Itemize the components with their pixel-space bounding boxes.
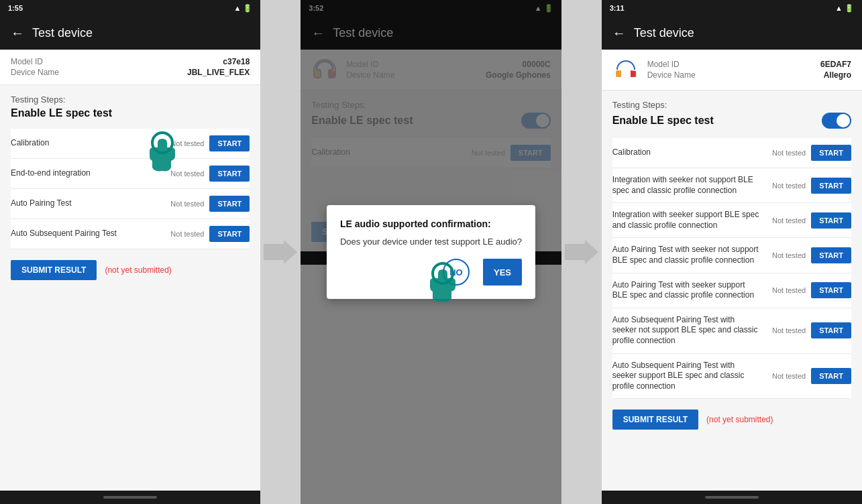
test-status-1-1: Not tested bbox=[164, 170, 204, 178]
model-id-label-3: Model ID bbox=[647, 60, 680, 69]
status-icons-3: ▲ 🔋 bbox=[835, 4, 854, 13]
test-label-3-3: Auto Pairing Test with seeker not suppor… bbox=[612, 245, 760, 265]
start-btn-3-3[interactable]: START bbox=[811, 247, 851, 263]
start-btn-1-2[interactable]: START bbox=[209, 196, 250, 212]
status-bar-1: 1:55 ▲ 🔋 bbox=[0, 0, 260, 16]
dialog-yes-btn-2[interactable]: YES bbox=[483, 259, 522, 286]
back-button-1[interactable]: ← bbox=[11, 25, 24, 41]
test-label-3-0: Calibration bbox=[612, 147, 760, 158]
device-name-label-1: Device Name bbox=[11, 68, 59, 77]
start-btn-1-1[interactable]: START bbox=[209, 166, 250, 182]
test-row-1-3: Auto Subsequent Pairing Test Not tested … bbox=[11, 219, 250, 249]
battery-icon-1: 🔋 bbox=[243, 4, 252, 13]
submit-row-3: SUBMIT RESULT (not yet submitted) bbox=[612, 410, 851, 430]
test-label-1-2: Auto Pairing Test bbox=[11, 198, 158, 209]
device-card-3: Model ID 6EDAF7 Device Name Allegro bbox=[602, 50, 862, 90]
battery-icon-3: 🔋 bbox=[845, 4, 854, 13]
arrow-2 bbox=[561, 0, 602, 504]
test-label-3-5: Auto Subsequent Pairing Test with seeker… bbox=[612, 315, 760, 346]
home-bar-1 bbox=[103, 496, 157, 499]
testing-steps-label-1: Testing Steps: bbox=[11, 94, 250, 105]
testing-steps-label-3: Testing Steps: bbox=[612, 100, 851, 110]
device-name-label-3: Device Name bbox=[647, 70, 696, 80]
test-row-3-2: Integration with seeker support BLE spec… bbox=[612, 203, 851, 238]
device-name-value-1: JBL_LIVE_FLEX bbox=[187, 68, 250, 77]
app-bar-title-1: Test device bbox=[32, 26, 93, 40]
content-3: Testing Steps: Enable LE spec test Calib… bbox=[602, 90, 862, 491]
test-status-1-2: Not tested bbox=[164, 200, 204, 208]
enable-le-row-1: Enable LE spec test bbox=[11, 107, 250, 119]
wifi-icon-1: ▲ bbox=[233, 4, 241, 12]
screens-container: 1:55 ▲ 🔋 ← Test device Model ID c37e18 D… bbox=[0, 0, 862, 504]
model-id-label-1: Model ID bbox=[11, 57, 43, 66]
test-status-3-6: Not tested bbox=[765, 372, 806, 380]
start-btn-3-4[interactable]: START bbox=[811, 282, 851, 298]
device-info-3: Model ID 6EDAF7 Device Name Allegro bbox=[647, 59, 851, 80]
test-row-1-2: Auto Pairing Test Not tested START bbox=[11, 189, 250, 219]
back-button-3[interactable]: ← bbox=[612, 25, 626, 41]
dialog-overlay-2: LE audio supported confirmation: Does yo… bbox=[301, 0, 561, 504]
test-row-3-1: Integration with seeker not support BLE … bbox=[612, 168, 851, 203]
model-id-row-3: Model ID 6EDAF7 bbox=[647, 59, 851, 70]
device-name-value-3: Allegro bbox=[824, 70, 851, 80]
home-indicator-1 bbox=[0, 491, 260, 504]
dialog-message-2: Does your device under test support LE a… bbox=[340, 236, 522, 248]
app-bar-3: ← Test device bbox=[602, 16, 862, 50]
start-btn-1-0[interactable]: START bbox=[209, 135, 250, 151]
app-bar-title-3: Test device bbox=[634, 26, 694, 40]
start-btn-3-5[interactable]: START bbox=[811, 322, 851, 338]
test-row-3-4: Auto Pairing Test with seeker support BL… bbox=[612, 273, 851, 308]
svg-marker-1 bbox=[264, 240, 297, 264]
test-label-3-6: Auto Subsequent Pairing Test with seeker… bbox=[612, 361, 760, 392]
toggle-3[interactable] bbox=[822, 113, 851, 129]
toggle-knob-3 bbox=[837, 114, 850, 127]
submit-status-1: (not yet submitted) bbox=[105, 265, 171, 275]
time-3: 3:11 bbox=[610, 4, 625, 12]
test-row-3-6: Auto Subsequent Pairing Test with seeker… bbox=[612, 354, 851, 399]
test-row-1-1: End-to-end integration Not tested START bbox=[11, 159, 250, 189]
screen-1: 1:55 ▲ 🔋 ← Test device Model ID c37e18 D… bbox=[0, 0, 260, 504]
submit-btn-3[interactable]: SUBMIT RESULT bbox=[612, 410, 698, 430]
submit-row-1: SUBMIT RESULT (not yet submitted) bbox=[11, 260, 250, 280]
content-1: Testing Steps: Enable LE spec test Calib… bbox=[0, 85, 260, 491]
start-btn-1-3[interactable]: START bbox=[209, 226, 250, 242]
test-label-3-1: Integration with seeker not support BLE … bbox=[612, 175, 760, 196]
device-name-row-3: Device Name Allegro bbox=[647, 70, 851, 80]
enable-le-title-1: Enable LE spec test bbox=[11, 107, 112, 119]
dialog-title-2: LE audio supported confirmation: bbox=[340, 218, 522, 229]
test-label-1-3: Auto Subsequent Pairing Test bbox=[11, 229, 158, 239]
device-name-row-1: Device Name JBL_LIVE_FLEX bbox=[11, 67, 250, 78]
home-indicator-3 bbox=[602, 491, 862, 504]
test-status-3-4: Not tested bbox=[765, 286, 806, 294]
home-bar-3 bbox=[705, 496, 759, 499]
start-btn-3-0[interactable]: START bbox=[811, 145, 851, 161]
test-label-1-0: Calibration bbox=[11, 138, 158, 149]
headphone-icon-3 bbox=[612, 56, 639, 83]
test-row-1-0: Calibration Not tested START bbox=[11, 129, 250, 159]
test-row-3-0: Calibration Not tested START bbox=[612, 138, 851, 168]
device-card-1: Model ID c37e18 Device Name JBL_LIVE_FLE… bbox=[0, 50, 260, 85]
app-bar-1: ← Test device bbox=[0, 16, 260, 50]
dialog-no-btn-2[interactable]: NO bbox=[443, 259, 470, 286]
enable-le-title-3: Enable LE spec test bbox=[612, 115, 714, 127]
start-btn-3-2[interactable]: START bbox=[811, 212, 851, 229]
test-row-3-5: Auto Subsequent Pairing Test with seeker… bbox=[612, 308, 851, 354]
submit-status-3: (not yet submitted) bbox=[706, 415, 773, 424]
model-id-value-3: 6EDAF7 bbox=[820, 60, 851, 69]
enable-le-row-3: Enable LE spec test bbox=[612, 113, 851, 129]
dialog-buttons-2: NO YES bbox=[340, 259, 522, 286]
start-btn-3-1[interactable]: START bbox=[811, 178, 851, 194]
status-icons-1: ▲ 🔋 bbox=[233, 4, 252, 13]
wifi-icon-3: ▲ bbox=[835, 4, 843, 12]
start-btn-3-6[interactable]: START bbox=[811, 368, 851, 384]
submit-btn-1[interactable]: SUBMIT RESULT bbox=[11, 260, 97, 280]
test-status-3-3: Not tested bbox=[765, 251, 806, 259]
test-status-3-5: Not tested bbox=[765, 326, 806, 334]
test-label-1-1: End-to-end integration bbox=[11, 168, 158, 179]
test-status-1-3: Not tested bbox=[164, 230, 204, 238]
screen-3: 3:11 ▲ 🔋 ← Test device Model ID 6EDAF7 bbox=[602, 0, 862, 504]
model-id-value-1: c37e18 bbox=[223, 57, 250, 66]
status-bar-3: 3:11 ▲ 🔋 bbox=[602, 0, 862, 16]
time-1: 1:55 bbox=[8, 4, 23, 12]
dialog-2: LE audio supported confirmation: Does yo… bbox=[327, 205, 535, 299]
